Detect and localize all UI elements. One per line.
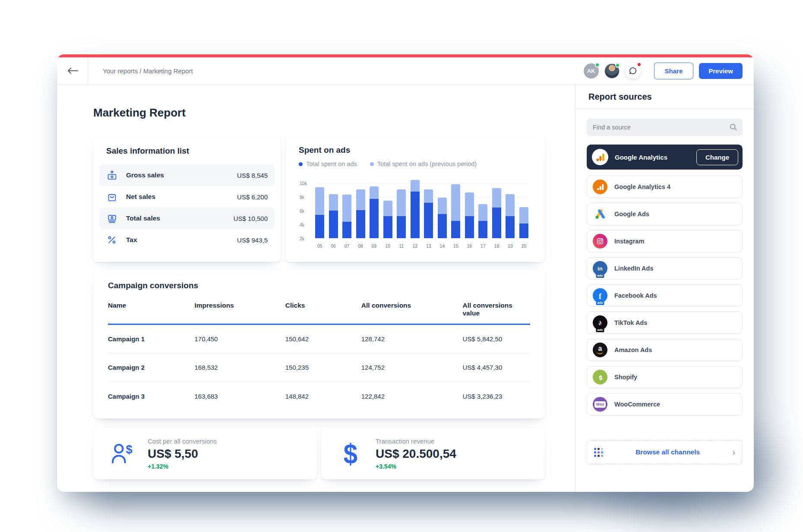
list-item: Gross sales US$ 8,545 bbox=[99, 164, 275, 186]
svg-text:$: $ bbox=[126, 443, 132, 456]
sales-information-widget[interactable]: Sales information list Gross sales US$ 8… bbox=[93, 135, 281, 262]
woocommerce-icon: Woo bbox=[592, 397, 608, 412]
source-item-tiktok-ads[interactable]: ♪ ads TikTok Ads bbox=[587, 312, 743, 334]
x-tick-label: 15 bbox=[451, 243, 460, 249]
search-input[interactable] bbox=[587, 119, 743, 136]
spent-on-ads-widget[interactable]: Spent on ads Total spent on ads Total sp… bbox=[286, 135, 545, 262]
bar bbox=[370, 179, 379, 238]
table-cell: 122,842 bbox=[361, 393, 463, 400]
source-item-woocommerce[interactable]: Woo WooCommerce bbox=[587, 393, 743, 416]
browse-label: Browse all channels bbox=[603, 448, 732, 456]
list-item: Total sales US$ 10,500 bbox=[99, 208, 275, 229]
source-item-facebook-ads[interactable]: f ads Facebook Ads bbox=[587, 284, 743, 307]
bar bbox=[438, 179, 447, 238]
shopify-icon: S bbox=[592, 369, 608, 385]
transaction-revenue-widget[interactable]: $ Transaction revenue US$ 20.500,54 +3.5… bbox=[321, 428, 545, 479]
x-tick-label: 10 bbox=[383, 243, 392, 249]
source-label: TikTok Ads bbox=[614, 319, 647, 326]
amazon-ads-icon: a bbox=[592, 342, 608, 358]
stat-value: US$ 20.500,54 bbox=[376, 447, 456, 461]
notification-dot bbox=[637, 62, 642, 67]
metric-value: US$ 8,545 bbox=[237, 172, 268, 179]
top-accent-bar bbox=[57, 54, 754, 57]
source-item-instagram[interactable]: Instagram bbox=[587, 230, 743, 252]
chat-bubble-icon bbox=[629, 66, 637, 75]
source-item-google-analytics-selected[interactable]: Google Analytics Change bbox=[587, 145, 743, 170]
sales-list: Gross sales US$ 8,545 Net sales US$ 6,20… bbox=[106, 164, 268, 251]
bar bbox=[383, 179, 392, 238]
table-cell: Campaign 2 bbox=[108, 364, 194, 371]
arrow-left-icon bbox=[67, 67, 78, 74]
bar bbox=[424, 179, 433, 238]
comments-button[interactable] bbox=[625, 63, 641, 79]
table-cell: US$ 3,236,23 bbox=[463, 393, 530, 400]
table-cell: Campaign 1 bbox=[108, 335, 194, 343]
total-sales-icon bbox=[106, 213, 117, 224]
metric-label: Net sales bbox=[126, 193, 155, 201]
legend-item: Total spent on ads (previous period) bbox=[370, 161, 477, 167]
campaign-table-body: Campaign 1170,450150,642128,742US$ 5,842… bbox=[108, 325, 530, 410]
instagram-icon bbox=[592, 233, 608, 249]
x-tick-label: 09 bbox=[370, 243, 379, 249]
browse-all-channels-button[interactable]: Browse all channels › bbox=[587, 440, 743, 464]
source-item-linkedin-ads[interactable]: in ads LinkedIn Ads bbox=[587, 257, 743, 280]
google-ads-icon bbox=[592, 206, 608, 222]
list-item: Net sales US$ 6,200 bbox=[99, 186, 275, 208]
source-list: Google Analytics 4 Google Ads bbox=[587, 176, 743, 416]
campaign-conversions-widget[interactable]: Campaign conversions Name Impressions Cl… bbox=[93, 270, 545, 419]
source-item-shopify[interactable]: S Shopify bbox=[587, 366, 743, 388]
linkedin-ads-icon: in ads bbox=[592, 261, 608, 276]
preview-button[interactable]: Preview bbox=[699, 63, 743, 79]
avatar-initials: AK bbox=[587, 68, 595, 74]
legend-dot-current bbox=[299, 162, 303, 166]
net-sales-icon bbox=[106, 191, 117, 202]
search-icon bbox=[729, 123, 737, 133]
table-row: Campaign 2168,532150,235124,752US$ 4,457… bbox=[108, 353, 530, 382]
stat-delta: +1.32% bbox=[148, 463, 217, 470]
google-analytics-4-icon bbox=[592, 179, 608, 195]
x-tick-label: 11 bbox=[397, 243, 406, 249]
breadcrumb: Your reports / Marketing Report bbox=[103, 67, 193, 75]
x-tick-label: 08 bbox=[356, 243, 365, 249]
share-button[interactable]: Share bbox=[654, 63, 694, 79]
table-cell: 170,450 bbox=[194, 335, 285, 343]
bar bbox=[329, 179, 338, 238]
source-label: Google Analytics bbox=[615, 154, 667, 161]
x-tick-label: 14 bbox=[438, 243, 447, 249]
y-tick-label: 6k bbox=[300, 208, 312, 214]
bar-chart: 10k8k6k4k2k 0506070809101112131415161718… bbox=[299, 172, 532, 249]
bar bbox=[465, 179, 474, 238]
table-cell: US$ 5,842,50 bbox=[463, 335, 530, 343]
source-search bbox=[587, 119, 743, 136]
source-label: Amazon Ads bbox=[614, 346, 652, 353]
table-cell: 128,742 bbox=[361, 335, 463, 343]
table-cell: US$ 4,457,30 bbox=[463, 364, 530, 371]
legend-label: Total spent on ads (previous period) bbox=[377, 161, 477, 167]
bar bbox=[315, 179, 324, 238]
source-item-google-analytics-4[interactable]: Google Analytics 4 bbox=[587, 176, 743, 198]
page-title: Marketing Report bbox=[93, 106, 545, 120]
source-label: Facebook Ads bbox=[614, 292, 657, 299]
back-button[interactable] bbox=[57, 57, 88, 84]
change-source-button[interactable]: Change bbox=[696, 149, 738, 165]
dollar-icon: $ bbox=[337, 439, 364, 468]
cost-per-conversions-widget[interactable]: $ Cost per all conversions US$ 5,50 +1.3… bbox=[93, 428, 317, 479]
online-status-dot bbox=[615, 63, 620, 68]
metric-label: Tax bbox=[126, 236, 137, 244]
widget-title: Campaign conversions bbox=[108, 281, 530, 290]
source-item-amazon-ads[interactable]: a Amazon Ads bbox=[587, 339, 743, 361]
bar bbox=[451, 179, 460, 238]
y-tick-label: 4k bbox=[300, 222, 312, 227]
metric-value: US$ 943,5 bbox=[237, 236, 268, 244]
report-sources-panel: Report sources Google Analytics Change bbox=[575, 85, 754, 492]
chart-bars bbox=[315, 179, 528, 238]
source-label: Instagram bbox=[614, 238, 644, 245]
table-row: Campaign 3163,683148,842122,842US$ 3,236… bbox=[108, 382, 530, 410]
bar bbox=[411, 179, 420, 238]
tiktok-ads-icon: ♪ ads bbox=[592, 315, 608, 331]
source-item-google-ads[interactable]: Google Ads bbox=[587, 203, 743, 225]
chart-title: Spent on ads bbox=[299, 145, 532, 155]
avatar[interactable]: AK bbox=[584, 63, 599, 79]
bar bbox=[506, 179, 515, 238]
avatar[interactable] bbox=[604, 63, 620, 79]
